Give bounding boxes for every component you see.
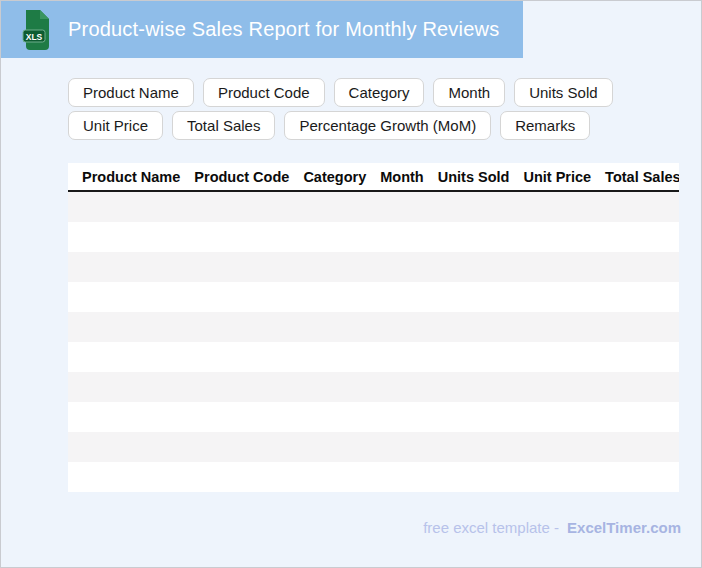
report-table: Product NameProduct CodeCategoryMonthUni…: [68, 163, 679, 492]
column-header-6: Total Sales: [605, 169, 679, 185]
table-row: [68, 192, 679, 222]
svg-text:XLS: XLS: [26, 31, 43, 41]
field-chip-2[interactable]: Category: [334, 78, 425, 107]
field-chip-1[interactable]: Product Code: [203, 78, 325, 107]
table-row: [68, 252, 679, 282]
field-chip-8[interactable]: Remarks: [500, 111, 590, 140]
column-header-0: Product Name: [82, 169, 180, 185]
table-body: [68, 192, 679, 492]
table-row: [68, 402, 679, 432]
footer-brand-link[interactable]: ExcelTimer.com: [567, 519, 681, 536]
table-row: [68, 342, 679, 372]
field-chip-4[interactable]: Units Sold: [514, 78, 612, 107]
footer-text: free excel template -: [423, 519, 559, 536]
table-row: [68, 282, 679, 312]
column-header-3: Month: [380, 169, 423, 185]
table-header-row: Product NameProduct CodeCategoryMonthUni…: [68, 163, 679, 192]
field-chip-0[interactable]: Product Name: [68, 78, 194, 107]
table-row: [68, 462, 679, 492]
field-chip-3[interactable]: Month: [433, 78, 505, 107]
field-chips: Product NameProduct CodeCategoryMonthUni…: [68, 78, 668, 140]
xls-file-icon: XLS: [22, 9, 52, 51]
page: XLS Product-wise Sales Report for Monthl…: [0, 0, 702, 568]
table-row: [68, 432, 679, 462]
column-header-1: Product Code: [194, 169, 289, 185]
table-row: [68, 372, 679, 402]
table-row: [68, 222, 679, 252]
header-bar: XLS Product-wise Sales Report for Monthl…: [1, 1, 523, 58]
field-chip-5[interactable]: Unit Price: [68, 111, 163, 140]
field-chip-7[interactable]: Percentage Growth (MoM): [284, 111, 491, 140]
field-chip-6[interactable]: Total Sales: [172, 111, 275, 140]
column-header-5: Unit Price: [523, 169, 591, 185]
column-header-2: Category: [303, 169, 366, 185]
footer-credit: free excel template -ExcelTimer.com: [423, 519, 681, 536]
column-header-4: Units Sold: [438, 169, 510, 185]
table-row: [68, 312, 679, 342]
page-title: Product-wise Sales Report for Monthly Re…: [68, 18, 499, 41]
